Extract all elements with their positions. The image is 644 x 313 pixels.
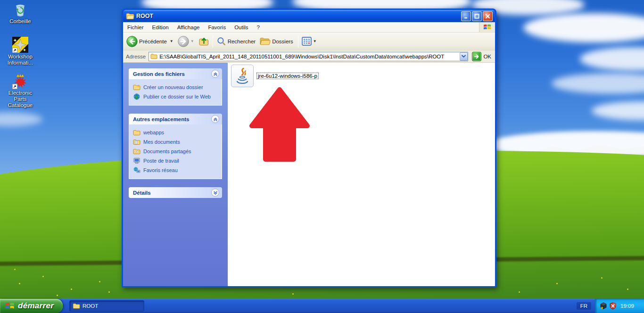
forward-button[interactable]: ▼ (176, 34, 197, 49)
cloud (552, 73, 644, 94)
taskbar-task-root[interactable]: ROOT (69, 300, 144, 312)
recycle-bin-icon (12, 1, 28, 17)
search-icon (216, 36, 226, 46)
menu-help[interactable]: ? (253, 22, 264, 32)
link-documents-partages[interactable]: Documents partagés (133, 147, 220, 156)
network-places-icon (133, 166, 140, 174)
window-titlebar[interactable]: ROOT (123, 10, 495, 22)
new-folder-icon (133, 83, 140, 91)
collapse-chevron-icon[interactable] (211, 70, 219, 78)
back-arrow-icon (126, 36, 138, 47)
link-label: webapps (143, 130, 164, 135)
menu-bar: Fichier Edition Affichage Favoris Outils… (123, 22, 495, 33)
section-header-other-places[interactable]: Autres emplacements (129, 114, 222, 124)
search-label: Rechercher (228, 39, 256, 44)
link-label: Favoris réseau (143, 167, 178, 173)
shortcut-arrow-icon (12, 48, 17, 53)
language-indicator[interactable]: FR (577, 302, 591, 310)
minimize-button[interactable] (461, 11, 471, 21)
cloud (0, 112, 42, 126)
desktop-icon-label: Workshop Informati... (2, 54, 39, 66)
views-icon (302, 37, 312, 46)
back-label: Précédente (139, 39, 167, 44)
close-button[interactable] (483, 11, 493, 21)
section-title: Détails (133, 190, 211, 196)
menu-edition[interactable]: Edition (148, 22, 173, 32)
address-input[interactable]: E:\SAAB\GlobalTIS_April_2011_148_2011051… (149, 52, 468, 61)
folders-button[interactable]: Dossiers (258, 34, 296, 49)
search-button[interactable]: Rechercher (215, 34, 258, 49)
forward-dropdown-caret: ▼ (190, 39, 194, 43)
security-alert-tray-icon[interactable] (609, 302, 617, 310)
cloud (580, 47, 644, 71)
start-button[interactable]: démarrer (0, 299, 63, 313)
desktop: Corbeille Workshop Informati... (0, 0, 644, 313)
link-label: Mes documents (143, 139, 180, 145)
parts-catalogue-shortcut-icon (12, 73, 28, 89)
link-webapps[interactable]: webapps (133, 128, 220, 137)
back-button[interactable]: Précédente ▼ (125, 34, 176, 49)
address-label: Adresse (126, 54, 146, 59)
folders-icon (260, 36, 271, 46)
link-publish-folder-web[interactable]: Publier ce dossier sur le Web (133, 92, 220, 101)
link-label: Poste de travail (143, 158, 179, 164)
section-other-places: Autres emplacements webapps (129, 114, 222, 179)
address-bar: Adresse E:\SAAB\GlobalTIS_April_2011_148… (123, 50, 495, 63)
link-favoris-reseau[interactable]: Favoris réseau (133, 165, 220, 175)
address-path: E:\SAAB\GlobalTIS_April_2011_148_2011051… (159, 54, 460, 59)
task-label: ROOT (83, 303, 98, 309)
link-create-new-folder[interactable]: Créer un nouveau dossier (133, 82, 220, 92)
desktop-icon-workshop[interactable]: Workshop Informati... (2, 37, 39, 66)
system-tray: 19:09 (595, 299, 644, 313)
folders-label: Dossiers (272, 39, 293, 44)
standard-buttons-toolbar: Précédente ▼ ▼ (123, 33, 495, 50)
desktop-icon-electronic-parts-catalogue[interactable]: Electronic Parts Catalogue (2, 73, 39, 108)
folder-up-icon (198, 36, 209, 47)
expand-chevron-icon[interactable] (211, 189, 219, 197)
menu-outils[interactable]: Outils (230, 22, 252, 32)
folder-icon (150, 53, 157, 59)
address-dropdown-button[interactable] (460, 52, 468, 61)
wildflowers (0, 0, 1, 1)
shortcut-arrow-icon (12, 84, 17, 89)
views-button[interactable]: ▼ (300, 34, 320, 49)
windows-logo-icon (479, 22, 495, 32)
go-button[interactable] (472, 52, 481, 61)
link-mes-documents[interactable]: Mes documents (133, 137, 220, 147)
window-title: ROOT (136, 13, 460, 19)
windows-flag-icon (5, 301, 15, 311)
section-title: Gestion des fichiers (133, 71, 211, 77)
link-label: Publier ce dossier sur le Web (143, 94, 211, 99)
clock[interactable]: 19:09 (620, 303, 634, 309)
up-one-level-button[interactable] (197, 34, 211, 49)
collapse-chevron-icon[interactable] (211, 115, 219, 123)
toolbar-separator (213, 35, 213, 48)
section-title: Autres emplacements (133, 116, 211, 122)
folder-icon (73, 303, 80, 309)
maximize-button[interactable] (472, 11, 482, 21)
back-dropdown-caret[interactable]: ▼ (170, 39, 173, 43)
link-poste-de-travail[interactable]: Poste de travail (133, 156, 220, 165)
toolbar-separator (298, 35, 298, 48)
my-documents-icon (133, 138, 140, 146)
folder-window-icon (126, 12, 134, 20)
file-item-jre[interactable]: jre-6u12-windows-i586-p (231, 65, 495, 87)
file-name[interactable]: jre-6u12-windows-i586-p (256, 73, 319, 79)
link-label: Documents partagés (143, 148, 191, 154)
forward-arrow-icon (178, 36, 189, 47)
section-header-details[interactable]: Détails (129, 187, 222, 198)
desktop-icon-label: Electronic Parts Catalogue (2, 90, 39, 108)
views-dropdown-caret[interactable]: ▼ (313, 39, 317, 43)
menu-favoris[interactable]: Favoris (204, 22, 230, 32)
my-computer-icon (133, 157, 140, 165)
desktop-icon-corbeille[interactable]: Corbeille (2, 1, 39, 25)
cloud (523, 13, 644, 42)
menu-fichier[interactable]: Fichier (123, 22, 148, 32)
java-icon (231, 65, 254, 87)
start-label: démarrer (18, 301, 54, 311)
section-header-file-tasks[interactable]: Gestion des fichiers (129, 68, 222, 79)
shared-documents-icon (133, 148, 140, 155)
section-details: Détails (129, 187, 222, 198)
menu-affichage[interactable]: Affichage (173, 22, 204, 32)
update-cube-tray-icon[interactable] (600, 302, 607, 310)
